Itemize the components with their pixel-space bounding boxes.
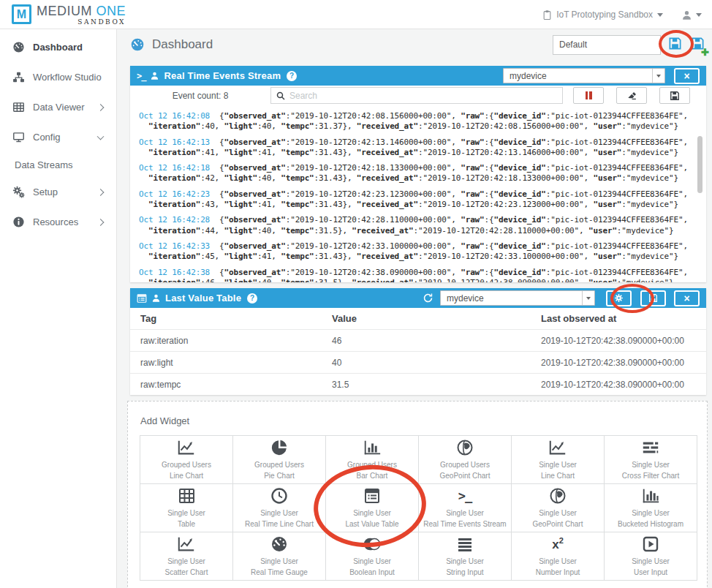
table-row: raw:light 40 2019-10-12T20:42:38.090000+…	[130, 351, 706, 373]
close-widget-button[interactable]: ×	[674, 68, 700, 84]
device-select[interactable]: mydevice	[503, 68, 665, 83]
add-widget-cell[interactable]: Single User Real Time Line Chart	[233, 484, 326, 532]
widget-type-line1: Grouped Users	[162, 459, 211, 470]
log-json: {"observed_at":"2019-10-12T20:42:23.1230…	[148, 189, 688, 209]
device-select[interactable]: mydevice	[440, 290, 595, 306]
help-icon[interactable]: ?	[247, 293, 257, 304]
add-widget-cell[interactable]: Single User Bucketed Histogram	[605, 484, 697, 532]
widget-type-line2: GeoPoint Chart	[440, 470, 491, 481]
sidebar-item-label: Data Streams	[15, 159, 72, 170]
widget-type-icon	[363, 486, 381, 505]
events-toolbar: Event count: 8	[130, 86, 706, 105]
widget-type-line2: Pie Chart	[264, 470, 295, 481]
sidebar-item[interactable]: Dashboard	[0, 32, 116, 62]
device-select-value: mydevice	[504, 71, 652, 81]
widget-type-icon	[270, 486, 288, 505]
clear-stream-button[interactable]	[616, 87, 647, 104]
cell-tag: raw:light	[140, 358, 332, 368]
table-header-row: Tag Value Last observed at	[130, 308, 706, 329]
close-widget-button[interactable]: ×	[674, 290, 700, 306]
last-value-table: Tag Value Last observed at raw:iteration…	[130, 308, 706, 395]
widget-type-line2: Line Chart	[541, 470, 575, 481]
save-dashboard-button[interactable]	[667, 35, 683, 54]
cell-observed: 2019-10-12T20:42:38.090000+00:00	[541, 358, 706, 368]
widget-type-line2: Scatter Chart	[165, 567, 208, 578]
add-widget-cell[interactable]: Grouped Users GeoPoint Chart	[419, 436, 512, 484]
search-input[interactable]	[289, 91, 557, 101]
eraser-icon	[626, 91, 637, 101]
dashboard-gauge-icon	[130, 37, 145, 52]
pause-stream-button[interactable]	[573, 87, 604, 104]
user-icon	[150, 71, 159, 80]
widget-type-line2: GeoPoint Chart	[533, 519, 583, 529]
clipboard-icon	[542, 10, 552, 20]
add-widget-cell[interactable]: >_ Single User Real Time Events Stream	[419, 484, 512, 532]
widget-type-line2: Boolean Input	[349, 567, 395, 578]
widget-type-icon	[641, 438, 660, 457]
add-widget-cell[interactable]: x2 Single User Number Input	[512, 532, 605, 581]
sidebar-item[interactable]: Config	[0, 122, 116, 152]
save-icon	[648, 293, 658, 303]
log-json: {"observed_at":"2019-10-12T20:42:38.0900…	[148, 268, 688, 282]
save-widget-button[interactable]	[640, 290, 666, 306]
user-menu[interactable]	[681, 10, 702, 20]
plus-icon: ✚	[701, 48, 709, 57]
sidebar-item-label: Resources	[33, 216, 78, 227]
cell-value: 31.5	[332, 380, 541, 390]
add-widget-cell[interactable]: Single User String Input	[419, 532, 512, 581]
add-widget-cell[interactable]: Single User Real Time Gauge	[233, 532, 326, 581]
device-select-value: mydevice	[441, 293, 582, 304]
sidebar-item[interactable]: Setup	[0, 177, 116, 207]
save-as-new-dashboard-button[interactable]: ✚	[689, 35, 706, 54]
add-widget-cell[interactable]: Grouped Users Pie Chart	[233, 436, 326, 484]
add-widget-cell[interactable]: Grouped Users Line Chart	[140, 436, 233, 484]
add-widget-zone: Add Widget Grouped Users Line Chart Grou…	[127, 401, 708, 588]
widget-type-icon	[178, 486, 196, 505]
widget-type-line1: Single User	[539, 508, 577, 519]
add-widget-cell[interactable]: Single User Line Chart	[512, 436, 605, 484]
sidebar-item[interactable]: Data Viewer	[0, 92, 116, 122]
table-row: raw:tempc 31.5 2019-10-12T20:42:38.09000…	[130, 373, 706, 395]
widget-type-icon: x2	[552, 535, 564, 554]
column-header-value[interactable]: Value	[332, 313, 541, 324]
sidebar-item-icon	[12, 186, 25, 198]
sidebar-item[interactable]: Data Streams	[0, 152, 116, 177]
medium-one-logo: M MEDIUM ONE SANDBOX	[12, 4, 126, 26]
widget-type-icon	[363, 438, 382, 457]
sidebar-item-icon	[12, 41, 25, 53]
chevron-down-icon	[652, 69, 664, 83]
sidebar-item[interactable]: Resources	[0, 207, 116, 237]
add-widget-cell[interactable]: Single User Scatter Chart	[140, 532, 233, 581]
widget-type-line1: Single User	[167, 556, 205, 567]
widget-title: Last Value Table	[165, 293, 241, 304]
refresh-icon[interactable]	[423, 293, 433, 304]
add-widget-cell[interactable]: Single User Cross Filter Chart	[605, 436, 697, 484]
sidebar: Dashboard Workflow Studio Data Viewer	[0, 29, 117, 588]
export-stream-button[interactable]	[659, 87, 690, 104]
last-value-table-header: Last Value Table ? mydevice	[130, 288, 706, 308]
help-icon[interactable]: ?	[287, 71, 297, 81]
add-widget-cell[interactable]: Single User Table	[140, 484, 233, 532]
add-widget-cell[interactable]: Grouped Users Bar Chart	[326, 436, 419, 484]
add-widget-cell[interactable]: Single User GeoPoint Chart	[512, 484, 605, 532]
chevron-down-icon	[696, 13, 702, 17]
events-log[interactable]: Oct 12 16:42:08 {"observed_at":"2019-10-…	[130, 105, 706, 282]
sidebar-item-icon	[12, 71, 25, 83]
sidebar-item[interactable]: Workflow Studio	[0, 62, 116, 92]
add-widget-cell[interactable]: Single User Boolean Input	[326, 532, 419, 581]
events-stream-widget: >_ Real Time Events Stream ? mydevice × …	[130, 66, 706, 282]
column-header-observed[interactable]: Last observed at	[541, 313, 706, 324]
scrollbar-thumb[interactable]	[697, 136, 702, 193]
org-selector[interactable]: IoT Prototyping Sandbox	[542, 10, 663, 20]
widget-settings-button[interactable]	[606, 290, 632, 306]
widget-type-line1: Single User	[353, 508, 391, 519]
dashboard-name-input[interactable]	[553, 35, 661, 55]
column-header-tag[interactable]: Tag	[140, 313, 332, 324]
dashboard-title-bar: Dashboard ✚	[130, 29, 706, 60]
chevron-down-icon	[657, 13, 663, 17]
add-widget-cell[interactable]: Single User User Input	[605, 532, 697, 581]
log-timestamp: Oct 12 16:42:28	[139, 215, 210, 225]
widget-type-line1: Single User	[167, 508, 205, 519]
add-widget-cell[interactable]: Single User Last Value Table	[326, 484, 419, 532]
chevron-down-icon	[582, 291, 594, 305]
